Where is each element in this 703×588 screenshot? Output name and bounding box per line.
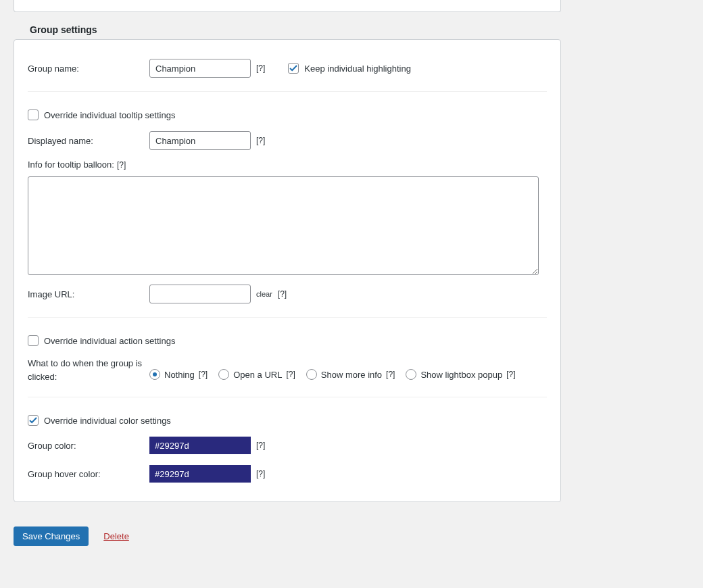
image-url-input[interactable] xyxy=(149,285,251,303)
radio-icon xyxy=(306,369,317,380)
radio-label: Nothing xyxy=(164,370,195,380)
override-action-label: Override individual action settings xyxy=(44,336,175,346)
radio-label: Open a URL xyxy=(233,370,282,380)
image-url-label: Image URL: xyxy=(28,289,149,299)
checkbox-icon xyxy=(28,335,39,346)
divider xyxy=(28,317,547,318)
tooltip-info-label: Info for tooltip balloon: xyxy=(28,160,114,170)
radio-label: Show more info xyxy=(321,370,382,380)
displayed-name-help-icon[interactable]: [?] xyxy=(256,136,265,145)
click-action-radio-nothing[interactable]: Nothing [?] xyxy=(149,369,208,380)
group-color-input[interactable] xyxy=(149,437,251,454)
image-url-clear-link[interactable]: clear xyxy=(256,290,272,298)
group-name-input[interactable] xyxy=(149,59,251,78)
radio-label: Show lightbox popup xyxy=(420,370,502,380)
delete-link[interactable]: Delete xyxy=(103,531,129,541)
displayed-name-input[interactable] xyxy=(149,131,251,150)
override-color-label: Override individual color settings xyxy=(44,416,171,426)
section-title: Group settings xyxy=(14,24,561,39)
tooltip-info-help-icon[interactable]: [?] xyxy=(117,160,126,170)
divider xyxy=(28,91,547,92)
checkbox-icon xyxy=(288,63,299,74)
group-settings-card: Group name: [?] Keep individual highligh… xyxy=(14,39,561,502)
click-action-radio-lightbox[interactable]: Show lightbox popup [?] xyxy=(406,369,515,380)
radio-help-icon[interactable]: [?] xyxy=(506,370,515,379)
divider xyxy=(28,397,547,397)
click-action-radio-open-url[interactable]: Open a URL [?] xyxy=(218,369,295,380)
group-hover-color-label: Group hover color: xyxy=(28,469,149,479)
tooltip-info-textarea[interactable] xyxy=(28,176,539,275)
radio-icon xyxy=(406,369,416,380)
keep-highlight-label: Keep individual highlighting xyxy=(304,64,411,74)
radio-icon xyxy=(149,369,160,380)
radio-help-icon[interactable]: [?] xyxy=(286,370,295,379)
group-hover-color-input[interactable] xyxy=(149,465,251,483)
radio-icon xyxy=(218,369,229,380)
group-color-help-icon[interactable]: [?] xyxy=(256,441,265,450)
group-name-label: Group name: xyxy=(28,64,149,74)
radio-help-icon[interactable]: [?] xyxy=(386,370,395,379)
checkbox-icon xyxy=(28,415,39,426)
override-color-checkbox[interactable]: Override individual color settings xyxy=(28,415,171,426)
radio-help-icon[interactable]: [?] xyxy=(199,370,208,379)
group-name-help-icon[interactable]: [?] xyxy=(256,64,265,73)
keep-highlight-checkbox[interactable]: Keep individual highlighting xyxy=(288,63,411,74)
group-hover-color-help-icon[interactable]: [?] xyxy=(256,469,265,479)
override-action-checkbox[interactable]: Override individual action settings xyxy=(28,335,175,346)
save-button[interactable]: Save Changes xyxy=(14,526,89,546)
click-action-label: What to do when the group is clicked: xyxy=(28,357,149,383)
override-tooltip-checkbox[interactable]: Override individual tooltip settings xyxy=(28,109,175,120)
checkbox-icon xyxy=(28,109,39,120)
override-tooltip-label: Override individual tooltip settings xyxy=(44,110,175,120)
previous-card-edge xyxy=(14,0,561,12)
image-url-help-icon[interactable]: [?] xyxy=(278,289,287,299)
displayed-name-label: Displayed name: xyxy=(28,136,149,146)
click-action-radio-more-info[interactable]: Show more info [?] xyxy=(306,369,395,380)
group-color-label: Group color: xyxy=(28,441,149,451)
